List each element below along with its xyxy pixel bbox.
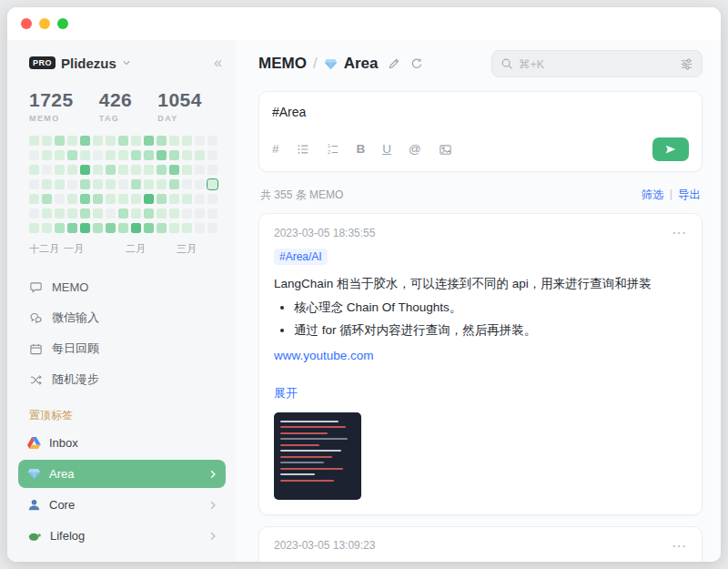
heatmap-cell[interactable] <box>169 165 179 175</box>
heatmap-cell[interactable] <box>207 136 217 146</box>
sidebar-item-inbox[interactable]: Inbox <box>18 429 226 457</box>
heatmap-cell[interactable] <box>195 136 205 146</box>
image-icon[interactable] <box>439 143 452 157</box>
heatmap-cell[interactable] <box>29 136 39 146</box>
heatmap-cell[interactable] <box>182 223 192 233</box>
more-menu-icon[interactable]: ··· <box>672 226 687 239</box>
heatmap-cell[interactable] <box>42 223 52 233</box>
sidebar-item-wechat-input[interactable]: 微信输入 <box>29 302 222 333</box>
heatmap-cell[interactable] <box>106 179 116 189</box>
bullet-list-icon[interactable] <box>297 143 309 156</box>
heatmap-cell[interactable] <box>207 208 217 218</box>
heatmap-cell[interactable] <box>106 150 116 160</box>
heatmap-cell[interactable] <box>144 165 154 175</box>
heatmap-cell[interactable] <box>67 165 77 175</box>
heatmap-cell[interactable] <box>195 208 205 218</box>
filter-link[interactable]: 筛选 <box>642 188 664 203</box>
heatmap-cell[interactable] <box>207 150 217 160</box>
heatmap-cell[interactable] <box>42 208 52 218</box>
search-input[interactable]: ⌘+K <box>491 50 703 77</box>
heatmap-cell[interactable] <box>93 165 103 175</box>
heatmap-cell[interactable] <box>93 194 103 204</box>
collapse-sidebar-icon[interactable]: « <box>214 56 222 70</box>
app-menu-chevron-icon[interactable] <box>122 58 131 67</box>
heatmap-cell[interactable] <box>131 194 141 204</box>
heatmap-cell[interactable] <box>157 194 167 204</box>
heatmap-cell[interactable] <box>80 150 90 160</box>
heatmap-cell[interactable] <box>93 136 103 146</box>
heatmap-cell[interactable] <box>195 179 205 189</box>
heatmap-cell[interactable] <box>29 150 39 160</box>
heatmap-cell[interactable] <box>80 223 90 233</box>
heatmap-cell[interactable] <box>118 208 128 218</box>
heatmap-cell[interactable] <box>93 179 103 189</box>
heatmap-cell[interactable] <box>67 179 77 189</box>
heatmap-cell[interactable] <box>157 136 167 146</box>
underline-icon[interactable]: U <box>382 143 391 156</box>
heatmap-cell[interactable] <box>55 165 65 175</box>
chevron-right-icon[interactable] <box>207 500 218 511</box>
chevron-right-icon[interactable] <box>207 469 218 480</box>
sidebar-item-memo[interactable]: MEMO <box>29 271 222 302</box>
heatmap-cell[interactable] <box>67 136 77 146</box>
heatmap-cell[interactable] <box>131 179 141 189</box>
heatmap-cell[interactable] <box>29 208 39 218</box>
heatmap-cell[interactable] <box>182 165 192 175</box>
heatmap-cell[interactable] <box>67 150 77 160</box>
heatmap-cell[interactable] <box>182 179 192 189</box>
heatmap-cell[interactable] <box>144 179 154 189</box>
expand-link[interactable]: 展开 <box>274 385 298 401</box>
heatmap-cell[interactable] <box>182 208 192 218</box>
minimize-button[interactable] <box>39 18 50 29</box>
heatmap-cell[interactable] <box>157 179 167 189</box>
send-button[interactable] <box>652 137 689 161</box>
heatmap-cell[interactable] <box>118 194 128 204</box>
heatmap-cell[interactable] <box>42 165 52 175</box>
heatmap-cell[interactable] <box>131 150 141 160</box>
heatmap-cell[interactable] <box>42 194 52 204</box>
heatmap-cell[interactable] <box>195 150 205 160</box>
heatmap-cell[interactable] <box>182 150 192 160</box>
heatmap-cell[interactable] <box>157 208 167 218</box>
breadcrumb-root[interactable]: MEMO <box>258 55 307 73</box>
heatmap-cell[interactable] <box>80 208 90 218</box>
heatmap-cell[interactable] <box>207 179 217 189</box>
heatmap-cell[interactable] <box>131 208 141 218</box>
mention-icon[interactable]: @ <box>409 143 421 156</box>
heatmap-cell[interactable] <box>80 179 90 189</box>
heatmap-cell[interactable] <box>118 150 128 160</box>
edit-pencil-icon[interactable] <box>388 57 400 70</box>
heatmap-cell[interactable] <box>29 223 39 233</box>
heatmap-cell[interactable] <box>55 150 65 160</box>
refresh-icon[interactable] <box>410 57 423 70</box>
heatmap-cell[interactable] <box>42 136 52 146</box>
heatmap-cell[interactable] <box>131 136 141 146</box>
heatmap-cell[interactable] <box>80 136 90 146</box>
sidebar-item-core[interactable]: Core <box>18 491 226 519</box>
heatmap-cell[interactable] <box>29 179 39 189</box>
heatmap-cell[interactable] <box>157 150 167 160</box>
heatmap-cell[interactable] <box>80 194 90 204</box>
heatmap-cell[interactable] <box>55 136 65 146</box>
heatmap-cell[interactable] <box>182 136 192 146</box>
heatmap-cell[interactable] <box>29 194 39 204</box>
sidebar-item-lifelog[interactable]: Lifelog <box>18 522 226 550</box>
activity-heatmap[interactable] <box>29 136 222 233</box>
heatmap-cell[interactable] <box>195 223 205 233</box>
heatmap-cell[interactable] <box>55 223 65 233</box>
heatmap-cell[interactable] <box>80 165 90 175</box>
heatmap-cell[interactable] <box>55 179 65 189</box>
memo-link[interactable]: www.youtube.com <box>274 349 374 362</box>
heatmap-cell[interactable] <box>93 208 103 218</box>
heatmap-cell[interactable] <box>195 194 205 204</box>
tag-icon[interactable]: # <box>272 143 279 156</box>
memo-editor[interactable]: #Area # 12 B U @ <box>258 91 703 172</box>
heatmap-cell[interactable] <box>169 136 179 146</box>
heatmap-cell[interactable] <box>67 223 77 233</box>
heatmap-cell[interactable] <box>106 223 116 233</box>
heatmap-cell[interactable] <box>106 136 116 146</box>
heatmap-cell[interactable] <box>55 194 65 204</box>
heatmap-cell[interactable] <box>144 194 154 204</box>
heatmap-cell[interactable] <box>144 223 154 233</box>
sidebar-item-area[interactable]: Area <box>18 460 226 488</box>
